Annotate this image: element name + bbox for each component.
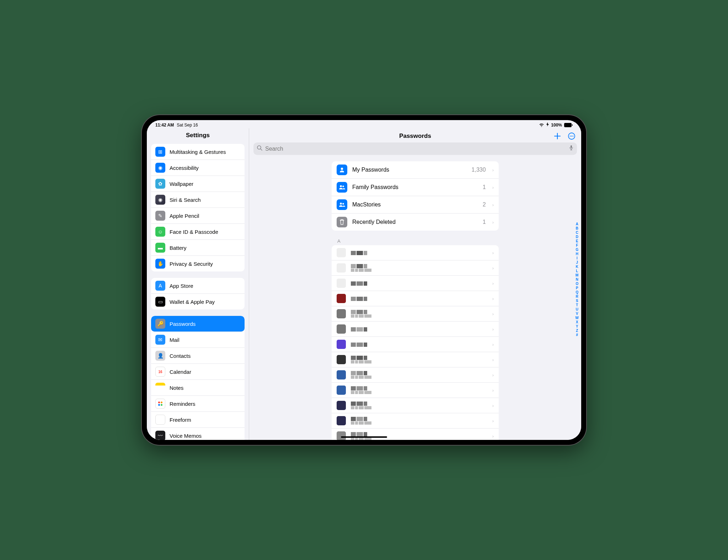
sidebar-item-privacy-security[interactable]: ✋Privacy & Security <box>151 256 245 271</box>
chevron-right-icon: › <box>492 372 494 378</box>
password-entry-redacted <box>351 386 487 394</box>
index-letter[interactable]: V <box>574 311 580 316</box>
search-icon <box>257 145 262 152</box>
chevron-right-icon: › <box>492 434 494 439</box>
index-letter[interactable]: K <box>574 264 580 269</box>
sidebar-item-accessibility[interactable]: ◉Accessibility <box>151 160 245 176</box>
sidebar-item-label: Mail <box>170 337 180 343</box>
sidebar-item-mail[interactable]: ✉Mail <box>151 332 245 348</box>
password-entry-redacted <box>351 356 487 364</box>
password-entry-redacted <box>351 297 487 300</box>
sidebar-item-label: Multitasking & Gestures <box>170 149 226 155</box>
sidebar-item-reminders[interactable]: Reminders <box>151 396 245 412</box>
index-letter[interactable]: Q <box>574 290 580 294</box>
favicon-icon <box>337 431 346 440</box>
sidebar-item-apple-pencil[interactable]: ✎Apple Pencil <box>151 208 245 224</box>
index-letter[interactable]: A <box>574 222 580 226</box>
index-letter[interactable]: R <box>574 294 580 298</box>
password-entry[interactable]: › <box>332 291 499 306</box>
password-group-recently-deleted[interactable]: Recently Deleted1› <box>332 214 499 231</box>
more-options-button[interactable] <box>568 132 576 140</box>
index-letter[interactable]: P <box>574 286 580 290</box>
favicon-icon <box>337 370 346 379</box>
password-entry[interactable]: › <box>332 413 499 429</box>
dictation-icon[interactable] <box>569 145 573 152</box>
index-letter[interactable]: U <box>574 307 580 311</box>
group-count: 1 <box>483 219 486 225</box>
sidebar-item-voice-memos[interactable]: 〰Voice Memos <box>151 428 245 440</box>
sidebar-item-label: Wallpaper <box>170 181 193 187</box>
password-group-macstories[interactable]: MacStories2› <box>332 196 499 214</box>
index-letter[interactable]: M <box>574 273 580 277</box>
sidebar-item-wallet-apple-pay[interactable]: ▭Wallet & Apple Pay <box>151 294 245 309</box>
sidebar-item-label: Accessibility <box>170 165 199 171</box>
chevron-right-icon: › <box>492 250 494 255</box>
sidebar-item-battery[interactable]: ▬Battery <box>151 240 245 256</box>
password-entry[interactable]: › <box>332 322 499 337</box>
chevron-right-icon: › <box>492 296 494 301</box>
sidebar-item-multitasking-gestures[interactable]: ⊞Multitasking & Gestures <box>151 144 245 160</box>
index-letter[interactable]: H <box>574 252 580 256</box>
index-letter[interactable]: B <box>574 226 580 230</box>
password-entry[interactable]: › <box>332 306 499 322</box>
favicon-icon <box>337 355 346 364</box>
index-letter[interactable]: X <box>574 320 580 324</box>
index-letter[interactable]: G <box>574 247 580 252</box>
favicon-icon <box>337 248 346 257</box>
index-letter[interactable]: Y <box>574 324 580 328</box>
chevron-right-icon: › <box>492 202 494 208</box>
index-letter[interactable]: I <box>574 256 580 260</box>
index-letter[interactable]: O <box>574 281 580 286</box>
sidebar-item-face-id-passcode[interactable]: ☺Face ID & Passcode <box>151 224 245 240</box>
notes-icon <box>155 383 165 393</box>
password-entry[interactable]: › <box>332 260 499 276</box>
password-group-my-passwords[interactable]: My Passwords1,330› <box>332 161 499 179</box>
sidebar-item-freeform[interactable]: 〰Freeform <box>151 412 245 428</box>
chevron-right-icon: › <box>492 167 494 173</box>
password-entry[interactable]: › <box>332 245 499 260</box>
password-entry[interactable]: › <box>332 383 499 398</box>
sidebar-item-notes[interactable]: Notes <box>151 380 245 396</box>
sidebar-item-calendar[interactable]: 16Calendar <box>151 364 245 380</box>
password-entry[interactable]: › <box>332 352 499 367</box>
chevron-right-icon: › <box>492 388 494 393</box>
password-entry[interactable]: › <box>332 429 499 440</box>
index-letter[interactable]: W <box>574 316 580 320</box>
sidebar-item-passwords[interactable]: 🔑Passwords <box>151 316 245 332</box>
sidebar-item-label: Apple Pencil <box>170 213 199 219</box>
add-password-button[interactable] <box>553 132 561 140</box>
password-entry[interactable]: › <box>332 398 499 413</box>
sidebar-title: Settings <box>147 128 249 144</box>
sidebar-item-contacts[interactable]: 👤Contacts <box>151 348 245 364</box>
password-group-family-passwords[interactable]: Family Passwords1› <box>332 179 499 196</box>
sidebar-item-app-store[interactable]: AApp Store <box>151 278 245 294</box>
mail-icon: ✉ <box>155 335 165 345</box>
index-letter[interactable]: C <box>574 230 580 235</box>
index-letter[interactable]: D <box>574 235 580 239</box>
multitask-icon: ⊞ <box>155 147 165 157</box>
index-letter[interactable]: L <box>574 269 580 273</box>
svg-point-8 <box>341 168 343 170</box>
password-entry[interactable]: › <box>332 337 499 352</box>
group-count: 2 <box>483 201 486 208</box>
favicon-icon <box>337 263 346 273</box>
sidebar-item-wallpaper[interactable]: ✿Wallpaper <box>151 176 245 192</box>
index-letter[interactable]: Z <box>574 328 580 333</box>
index-letter[interactable]: J <box>574 260 580 264</box>
alphabet-index[interactable]: ABCDEFGHIJKLMNOPQRSTUVWXYZ# <box>574 222 580 337</box>
index-letter[interactable]: E <box>574 239 580 243</box>
index-letter[interactable]: T <box>574 303 580 307</box>
password-entry[interactable]: › <box>332 276 499 291</box>
password-entry[interactable]: › <box>332 367 499 383</box>
index-letter[interactable]: N <box>574 277 580 281</box>
home-indicator[interactable] <box>341 436 387 438</box>
sidebar-item-siri-search[interactable]: ◉Siri & Search <box>151 192 245 208</box>
search-bar[interactable] <box>253 142 577 155</box>
sidebar-item-label: Privacy & Security <box>170 261 213 267</box>
index-letter[interactable]: S <box>574 298 580 303</box>
index-letter[interactable]: F <box>574 243 580 247</box>
search-input[interactable] <box>265 146 566 152</box>
index-letter[interactable]: # <box>574 333 580 337</box>
accessibility-icon: ◉ <box>155 163 165 173</box>
wallpaper-icon: ✿ <box>155 179 165 189</box>
